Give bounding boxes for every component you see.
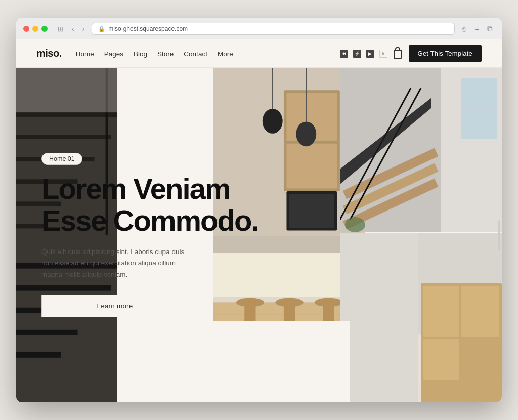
bag-icon[interactable] <box>394 50 402 59</box>
nav-left: miso. Home Pages Blog Store Cont <box>36 48 233 59</box>
twitter-icon[interactable]: 𝕏 <box>379 50 387 58</box>
lastfm-icon[interactable]: ⏮ <box>340 50 348 58</box>
browser-controls: ⊞ ‹ › <box>56 24 87 34</box>
svg-point-52 <box>345 217 365 232</box>
browser-actions: ⎋ + ⧉ <box>460 23 495 34</box>
nav-link-blog[interactable]: Blog <box>134 50 147 58</box>
nav-item-pages[interactable]: Pages <box>104 49 123 58</box>
nav-social-icons: ⏮ ⚡ ▶ 𝕏 <box>340 49 402 58</box>
get-template-button[interactable]: Get This Template <box>409 45 482 62</box>
hero-image-right-stairs-top <box>340 68 502 232</box>
hero-title-line2: Esse Commodo. <box>41 204 258 237</box>
svg-rect-63 <box>340 233 418 402</box>
duplicate-button[interactable]: ⧉ <box>485 23 495 34</box>
new-tab-button[interactable]: + <box>472 24 481 34</box>
learn-more-button[interactable]: Learn more <box>41 295 188 317</box>
hero-badge: Home 01 <box>41 153 82 165</box>
svg-rect-57 <box>423 339 459 380</box>
navigation: miso. Home Pages Blog Store Cont <box>16 39 502 68</box>
window-icon[interactable]: ⊞ <box>56 24 66 34</box>
hero-title: Lorem Veniam Esse Commodo. <box>41 173 279 236</box>
forward-button[interactable]: › <box>80 24 87 34</box>
traffic-lights <box>23 26 48 32</box>
url-text: miso-ghost.squarespace.com <box>108 25 188 32</box>
nav-right: ⏮ ⚡ ▶ 𝕏 Get This Template <box>340 45 482 62</box>
browser-chrome: ⊞ ‹ › 🔒 miso-ghost.squarespace.com ⎋ + ⧉ <box>16 18 502 39</box>
maximize-button[interactable] <box>41 26 48 32</box>
nav-item-store[interactable]: Store <box>157 49 174 58</box>
nav-link-store[interactable]: Store <box>157 50 174 58</box>
lock-icon: 🔒 <box>98 26 105 32</box>
hero-description: Quis elit quis adipisicing sint. Laboris… <box>41 246 188 280</box>
nav-item-contact[interactable]: Contact <box>184 49 207 58</box>
nav-link-pages[interactable]: Pages <box>104 50 123 58</box>
website-content: miso. Home Pages Blog Store Cont <box>16 39 502 402</box>
svg-rect-56 <box>423 286 459 337</box>
close-button[interactable] <box>23 26 29 32</box>
share-button[interactable]: ⎋ <box>460 24 468 34</box>
nav-link-more[interactable]: More <box>218 50 233 58</box>
hero-content: Home 01 Lorem Veniam Esse Commodo. Quis … <box>16 68 299 402</box>
minimize-button[interactable] <box>32 26 38 32</box>
hero-title-line1: Lorem Veniam <box>41 172 230 205</box>
hero-section: Home 01 Lorem Veniam Esse Commodo. Quis … <box>16 68 502 402</box>
bathroom-svg <box>340 233 502 402</box>
back-button[interactable]: ‹ <box>70 24 76 34</box>
nav-link-home[interactable]: Home <box>76 50 94 58</box>
hero-image-right-bathroom <box>340 233 502 402</box>
scrollbar-hint <box>498 220 500 250</box>
nav-item-blog[interactable]: Blog <box>134 49 147 58</box>
flash-icon[interactable]: ⚡ <box>353 50 361 58</box>
nav-item-more[interactable]: More <box>218 49 233 58</box>
nav-link-contact[interactable]: Contact <box>184 50 207 58</box>
right-stairs-svg <box>340 68 502 232</box>
svg-rect-58 <box>461 286 499 337</box>
youtube-icon[interactable]: ▶ <box>366 50 374 58</box>
site-logo[interactable]: miso. <box>36 48 62 59</box>
nav-menu: Home Pages Blog Store Contact <box>76 49 233 58</box>
browser-window: ⊞ ‹ › 🔒 miso-ghost.squarespace.com ⎋ + ⧉… <box>16 18 502 402</box>
address-bar[interactable]: 🔒 miso-ghost.squarespace.com <box>92 23 455 35</box>
nav-item-home[interactable]: Home <box>76 49 94 58</box>
